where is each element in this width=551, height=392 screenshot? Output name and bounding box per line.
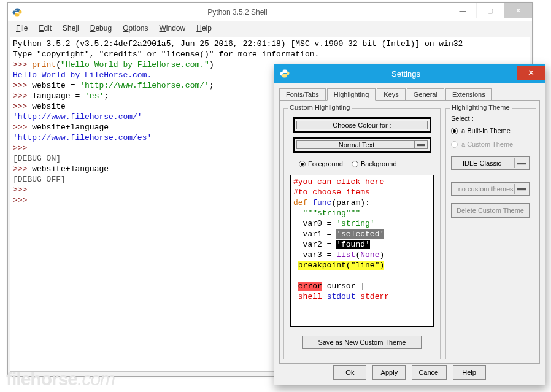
menu-shell[interactable]: Shell <box>58 23 83 35</box>
preview-error: error <box>298 282 322 291</box>
settings-close-button[interactable]: ✕ <box>517 66 545 80</box>
radio-foreground[interactable]: Foreground <box>299 160 343 167</box>
shell-window-controls: — ▢ ✕ <box>449 3 532 21</box>
builtin-theme-select[interactable]: IDLE Classic <box>451 156 530 170</box>
element-select[interactable]: Normal Text <box>296 140 428 149</box>
maximize-button[interactable]: ▢ <box>476 3 504 18</box>
radio-dot-icon <box>451 141 458 148</box>
shell-titlebar[interactable]: Python 3.5.2 Shell — ▢ ✕ <box>8 3 532 21</box>
highlight-preview[interactable]: #you can click here #to choose items def… <box>290 175 434 327</box>
prompt: >>> <box>13 102 32 111</box>
settings-window: Settings ✕ Fonts/Tabs Highlighting Keys … <box>274 64 545 385</box>
v0b: 'string' <box>336 219 374 228</box>
banner2: Type "copyright", "credits" or "license(… <box>13 50 319 59</box>
preview-def: def <box>293 198 312 207</box>
apply-button[interactable]: Apply <box>372 365 406 380</box>
echo-website: website <box>32 102 66 111</box>
preview-paren: (param): <box>331 198 369 207</box>
prompt: >>> <box>13 81 32 90</box>
preview-stdout: stdout <box>322 292 356 301</box>
delete-custom-theme-button: Delete Custom Theme <box>451 203 530 218</box>
prompt: >>> <box>13 60 32 69</box>
custom-highlighting-group: Custom Highlighting Choose Colour for : … <box>283 108 441 359</box>
help-button[interactable]: Help <box>453 365 486 380</box>
builtin-label: a Built-in Theme <box>461 127 511 134</box>
no-custom-label: - no custom themes - <box>454 185 517 193</box>
settings-tabs: Fonts/Tabs Highlighting Keys General Ext… <box>274 83 545 100</box>
menu-debug[interactable]: Debug <box>86 23 116 35</box>
select-label: Select : <box>451 115 474 122</box>
minimize-button[interactable]: — <box>449 3 476 18</box>
tab-fonts[interactable]: Fonts/Tabs <box>279 88 326 101</box>
v1b: 'selected' <box>336 229 384 239</box>
menu-edit[interactable]: Edit <box>34 23 56 35</box>
tab-keys[interactable]: Keys <box>377 88 405 101</box>
prompt: >>> <box>13 144 32 153</box>
prompt: >>> <box>13 164 32 174</box>
v3a: var3 = <box>303 250 337 259</box>
radio-builtin-theme[interactable]: a Built-in Theme <box>451 127 511 134</box>
tab-extensions[interactable]: Extensions <box>445 88 492 101</box>
choose-colour-frame: Choose Colour for : <box>293 117 431 133</box>
custom-highlighting-legend: Custom Highlighting <box>288 104 352 111</box>
assign-website: website = <box>32 81 80 90</box>
radio-bg-label: Background <box>361 160 397 167</box>
lang-val: 'es' <box>85 91 104 101</box>
settings-title: Settings <box>295 69 517 79</box>
preview-comment2: #to choose items <box>293 188 370 197</box>
close-button[interactable]: ✕ <box>504 3 532 18</box>
tab-general[interactable]: General <box>407 88 444 101</box>
out1: Hello World by FileHorse.com. <box>13 71 152 80</box>
choose-colour-button[interactable]: Choose Colour for : <box>296 121 428 129</box>
v2a: var2 = <box>303 240 337 249</box>
shell-menubar: File Edit Shell Debug Options Window Hel… <box>8 21 532 35</box>
echo-sum-out: 'http://www.filehorse.com/es' <box>13 133 152 142</box>
radio-dot-icon <box>451 128 458 134</box>
radio-background[interactable]: Background <box>352 160 397 167</box>
radio-dot-icon <box>299 161 306 167</box>
debug-off: [DEBUG OFF] <box>13 175 66 184</box>
tab-body: Custom Highlighting Choose Colour for : … <box>279 100 540 364</box>
python-icon <box>274 69 295 79</box>
cancel-button[interactable]: Cancel <box>412 365 446 380</box>
v2b: 'found' <box>336 240 370 249</box>
dropdown-icon[interactable] <box>514 158 528 168</box>
menu-options[interactable]: Options <box>118 23 152 35</box>
debug-on: [DEBUG ON] <box>13 154 61 163</box>
dropdown-icon[interactable] <box>414 140 428 149</box>
radio-custom-theme: a Custom Theme <box>451 140 513 148</box>
preview-cursor: cursor | <box>322 282 365 291</box>
prompt: >>> <box>13 196 32 205</box>
echo-sum2: website+language <box>32 164 109 174</box>
assign-lang: language = <box>32 91 85 101</box>
save-theme-button[interactable]: Save as New Custom Theme <box>302 336 422 349</box>
radio-dot-icon <box>352 161 358 167</box>
highlighting-theme-legend: Highlighting Theme <box>450 104 512 111</box>
preview-bp: breakpoint("line") <box>298 261 384 270</box>
v3c: None <box>360 250 379 259</box>
semi: ; <box>104 91 109 101</box>
menu-window[interactable]: Window <box>155 23 190 35</box>
v0a: var0 = <box>303 219 337 228</box>
custom-label: a Custom Theme <box>461 140 513 148</box>
prompt: >>> <box>13 123 32 132</box>
echo-sum: website+language <box>32 123 109 132</box>
print-kw: print <box>32 60 56 69</box>
banner1: Python 3.5.2 (v3.5.2:4def2a2901a5, Jun 2… <box>13 39 463 48</box>
menu-file[interactable]: File <box>12 23 32 35</box>
custom-theme-select: - no custom themes - <box>451 182 530 196</box>
dialog-button-bar: Ok Apply Cancel Help <box>274 360 545 385</box>
print-arg: "Hello World by FileHorse.com." <box>61 60 209 69</box>
theme-name: IDLE Classic <box>463 159 501 167</box>
preview-fn: func <box>312 198 331 207</box>
echo-website-out: 'http://www.filehorse.com/' <box>13 112 142 121</box>
prompt: >>> <box>13 91 32 101</box>
menu-help[interactable]: Help <box>192 23 216 35</box>
settings-titlebar[interactable]: Settings ✕ <box>274 64 545 83</box>
ok-button[interactable]: Ok <box>333 365 366 380</box>
semi: ; <box>209 81 214 90</box>
fg-bg-radio-group: Foreground Background <box>299 160 397 167</box>
prompt: >>> <box>13 185 32 194</box>
shell-title: Python 3.5.2 Shell <box>26 8 449 17</box>
tab-highlighting[interactable]: Highlighting <box>327 88 376 101</box>
